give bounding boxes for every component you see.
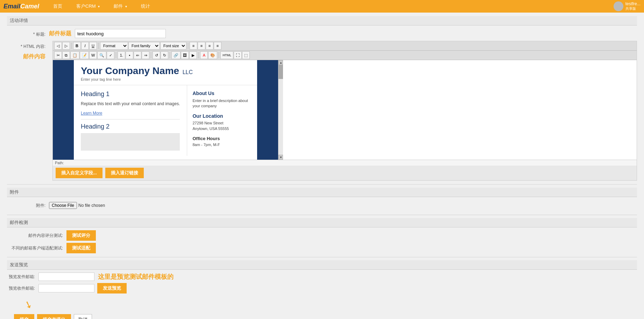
send-preview-btn[interactable]: 发送预览 [97, 283, 127, 293]
preview-hint: 这里是预览测试邮件模板的 [98, 273, 174, 281]
cancel-btn[interactable]: 取消 [74, 314, 92, 319]
arrow-icon: ➘ [23, 298, 34, 312]
score-test-btn[interactable]: 测试评分 [66, 230, 96, 241]
preview-scrollbar[interactable]: ▲ ▼ [278, 60, 283, 160]
hours-title: Office Hours [192, 136, 252, 141]
sep4 [116, 52, 116, 58]
email-main[interactable]: Your Company Name LLC Enter your tag lin… [74, 60, 257, 160]
scrollbar-up[interactable]: ▲ [278, 60, 283, 65]
bgcolor-btn[interactable]: 🎨 [208, 51, 217, 59]
user-info: testfre... 共享版 [625, 1, 641, 11]
sender-label: 预览发件邮箱: [7, 274, 38, 280]
paste-text-btn[interactable]: 📝 [80, 51, 89, 59]
format-select[interactable]: Format [100, 42, 128, 50]
submit-btn[interactable]: 提交 [14, 314, 34, 319]
html-content-row: * HTML 内容: 邮件内容 ◁ ▷ B I U Format Fon [7, 41, 637, 181]
recipient-input[interactable] [38, 284, 94, 292]
paste-word-btn[interactable]: W [89, 51, 97, 59]
file-input[interactable] [49, 202, 128, 209]
company-name: Your Company Name [81, 65, 179, 76]
outdent-btn[interactable]: ⇐ [134, 51, 141, 59]
toolbar-row1: ◁ ▷ B I U Format Font family Font size ≡ [53, 41, 637, 51]
ul-btn[interactable]: • [126, 51, 133, 59]
sep7 [198, 52, 199, 58]
media-btn[interactable]: ▶ [189, 51, 197, 59]
scrollbar-thumb[interactable] [278, 65, 283, 79]
align-center-btn[interactable]: ≡ [198, 42, 205, 50]
sep1 [71, 43, 72, 49]
redo-btn[interactable]: ▷ [62, 42, 70, 50]
mail-dropdown-arrow: ▾ [125, 5, 127, 8]
subject-input[interactable] [75, 29, 166, 38]
mail-check-header: 邮件检测 [7, 218, 637, 227]
image-btn[interactable]: 🖼 [181, 51, 189, 59]
editor-actions: 插入自定义字段... 插入退订链接 [53, 166, 637, 180]
sep6 [170, 52, 170, 58]
underline-btn[interactable]: U [89, 42, 97, 50]
brand-text2: Camel [20, 3, 39, 10]
sender-input[interactable] [38, 273, 94, 281]
editor-path: Path: [53, 160, 637, 166]
location-address: 27298 New Street Anytown, USA 55555 [192, 120, 252, 132]
brand-logo[interactable]: EmailCamel [3, 3, 39, 10]
learn-more-link[interactable]: Learn More [81, 111, 102, 116]
align-right-btn[interactable]: ≡ [206, 42, 213, 50]
sep2 [98, 43, 99, 49]
insert-unsubscribe-btn[interactable]: 插入退订链接 [105, 168, 144, 178]
nav-mail[interactable]: 邮件 ▾ [107, 0, 134, 13]
attachment-label: 附件: [7, 203, 49, 209]
bold-btn[interactable]: B [73, 42, 81, 50]
nav-home[interactable]: 首页 [46, 0, 69, 13]
redo2-btn[interactable]: ↻ [161, 51, 168, 59]
email-body: Heading 1 Replace this text with your em… [74, 85, 257, 156]
divider1 [81, 119, 180, 119]
heading1: Heading 1 [81, 90, 180, 98]
user-subtitle: 共享版 [625, 6, 641, 11]
font-family-select[interactable]: Font family [128, 42, 160, 50]
cut-btn[interactable]: ✂ [54, 51, 62, 59]
company-name-block: Your Company Name LLC [81, 65, 193, 77]
sidebar-left [53, 60, 74, 160]
sender-row: 预览发件邮箱: 这里是预览测试邮件模板的 [7, 273, 637, 281]
hours-text: 8am - 7pm, M-F [192, 143, 252, 147]
crm-dropdown-arrow: ▾ [98, 5, 100, 8]
nav-stats[interactable]: 统计 [134, 0, 157, 13]
copy-btn[interactable]: ⧉ [62, 51, 70, 59]
ol-btn[interactable]: 1. [118, 51, 125, 59]
body-text1: Replace this text with your email conten… [81, 101, 180, 107]
italic-btn[interactable]: I [81, 42, 89, 50]
content-section-label: 邮件内容 [23, 53, 45, 59]
indent-btn[interactable]: ⇒ [142, 51, 149, 59]
mail-check-section: 邮件检测 邮件内容评分测试: 测试评分 不同的邮箱客户端适配测试: 测试适配 [7, 215, 637, 253]
email-preview[interactable]: Your Company Name LLC Enter your tag lin… [53, 60, 278, 160]
color-btn[interactable]: A [200, 51, 208, 59]
html-source-btn[interactable]: HTML [220, 51, 233, 59]
paste-btn[interactable]: 📋 [70, 51, 79, 59]
undo-btn[interactable]: ◁ [54, 42, 62, 50]
font-size-select[interactable]: Font size [160, 42, 186, 50]
html-content-label: * HTML 内容: [7, 41, 49, 50]
about-text: Enter in a brief description about your … [192, 98, 252, 109]
scrollbar-down[interactable]: ▼ [278, 155, 283, 160]
sep5 [151, 52, 151, 58]
undo2-btn[interactable]: ↺ [153, 51, 160, 59]
fullscreen-btn[interactable]: ⛶ [234, 51, 242, 59]
recipient-label: 预览收件邮箱: [7, 285, 38, 291]
location-title: Our Location [192, 113, 252, 119]
insert-custom-field-btn[interactable]: 插入自定义字段... [56, 168, 102, 178]
breadcrumb: 活动详情 [7, 16, 637, 26]
nav-crm[interactable]: 客户CRM ▾ [69, 0, 107, 13]
clean-btn[interactable]: ✓ [107, 51, 114, 59]
heading2: Heading 2 [81, 123, 180, 130]
user-name: testfre... [625, 1, 641, 6]
align-left-btn[interactable]: ≡ [190, 42, 197, 50]
scrollbar-track [278, 65, 283, 155]
sidebar-right [257, 60, 278, 160]
link-btn[interactable]: 🔗 [171, 51, 181, 59]
template-btn[interactable]: ⬚ [242, 51, 250, 59]
align-justify-btn[interactable]: ≡ [214, 42, 221, 50]
find-btn[interactable]: 🔍 [97, 51, 106, 59]
company-tagline: Enter your tag line here [81, 77, 193, 81]
compat-test-btn[interactable]: 测试适配 [66, 243, 96, 253]
submit-exit-btn[interactable]: 提交并退出 [37, 314, 71, 319]
